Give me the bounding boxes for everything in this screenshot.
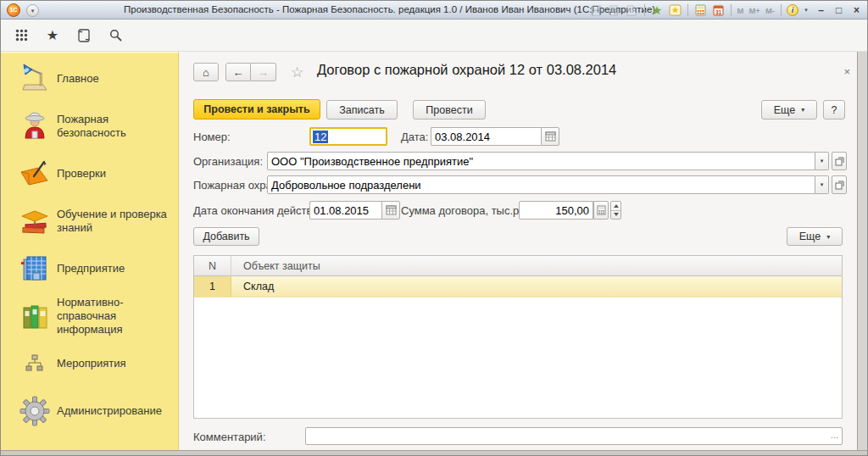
- comment-ellipsis-button[interactable]: ...: [831, 430, 838, 440]
- table-more-label: Еще: [799, 231, 821, 242]
- sidebar-item-label: Обучение и проверка знаний: [57, 208, 171, 236]
- books-icon: [13, 299, 57, 333]
- row-object-cell: Склад: [231, 276, 842, 297]
- column-header-n[interactable]: N: [194, 256, 231, 275]
- table-row[interactable]: 1 Склад: [194, 276, 842, 298]
- memory-add-button[interactable]: M+: [748, 6, 760, 15]
- maximize-button[interactable]: □: [832, 3, 846, 17]
- amount-calculator-icon[interactable]: [593, 201, 609, 220]
- table-header-row: N Объект защиты: [194, 256, 842, 276]
- print-icon[interactable]: [607, 3, 621, 17]
- fire-guard-dropdown-icon[interactable]: ▾: [815, 175, 829, 194]
- info-icon[interactable]: i: [787, 4, 798, 16]
- memory-recall-button[interactable]: M: [737, 6, 745, 15]
- minimize-button[interactable]: –: [814, 3, 828, 17]
- valid-until-calendar-icon[interactable]: [381, 201, 400, 220]
- desk-lamp-icon: [13, 62, 57, 96]
- sidebar-item-activities[interactable]: Мероприятия: [1, 340, 178, 387]
- add-row-button[interactable]: Добавить: [193, 227, 259, 246]
- sidebar-item-main[interactable]: Главное: [1, 55, 178, 103]
- system-menu-dropdown-icon[interactable]: ▾: [26, 4, 39, 17]
- forward-button[interactable]: →: [251, 63, 276, 81]
- sections-panel: Главное Пожарная безопасность Проверки О…: [1, 52, 179, 450]
- chevron-down-icon: ▾: [826, 233, 830, 241]
- number-input[interactable]: 12: [309, 127, 387, 146]
- close-button[interactable]: ×: [849, 3, 864, 17]
- sidebar-item-enterprise[interactable]: Предприятие: [1, 245, 178, 292]
- organization-dropdown-icon[interactable]: ▾: [815, 152, 829, 170]
- 1c-logo-icon[interactable]: 1С: [7, 3, 20, 17]
- right-edge-panel: [857, 52, 868, 450]
- home-button[interactable]: ⌂: [193, 63, 219, 81]
- date-input[interactable]: [431, 127, 541, 146]
- more-button-label: Еще: [774, 104, 795, 116]
- add-favorite-icon[interactable]: ★: [650, 3, 665, 17]
- table-more-button[interactable]: Еще ▾: [787, 227, 843, 246]
- sidebar-item-administration[interactable]: Администрирование: [1, 387, 178, 435]
- favorites-star-icon[interactable]: ★: [44, 27, 61, 44]
- valid-until-input[interactable]: [309, 201, 381, 220]
- row-number-cell: 1: [194, 276, 231, 297]
- sidebar-item-label: Проверки: [57, 167, 106, 181]
- folder-pen-icon: [13, 157, 57, 191]
- fireman-icon: [13, 109, 57, 143]
- write-button[interactable]: Записать: [326, 100, 398, 120]
- calculator-icon[interactable]: [693, 3, 708, 17]
- info-dropdown-icon[interactable]: ▾: [802, 3, 810, 17]
- valid-until-label: Дата окончания действия:: [193, 204, 327, 217]
- sidebar-item-label: Нормативно-справочная информация: [57, 296, 171, 337]
- search-icon[interactable]: [107, 27, 124, 44]
- sidebar-item-label: Администрирование: [57, 404, 162, 418]
- back-button[interactable]: ←: [225, 63, 251, 81]
- document-form: ⌂ ← → ☆ Договор с пожарной охраной 12 от…: [180, 52, 857, 450]
- building-icon: [13, 252, 57, 286]
- print-preview-icon[interactable]: [625, 3, 639, 17]
- date-calendar-icon[interactable]: [541, 127, 559, 146]
- history-icon[interactable]: [75, 27, 92, 44]
- fire-guard-open-icon[interactable]: [832, 175, 847, 194]
- amount-input[interactable]: [519, 201, 593, 220]
- titlebar-separator: [687, 4, 688, 16]
- titlebar-separator: [731, 4, 732, 16]
- sidebar-item-label: Мероприятия: [57, 357, 126, 370]
- organization-input[interactable]: [267, 152, 815, 170]
- spinner-up-icon[interactable]: [611, 202, 620, 210]
- organization-label: Организация:: [193, 155, 263, 168]
- save-icon[interactable]: [589, 3, 604, 17]
- quick-toolbar: ★: [1, 19, 868, 52]
- number-selected-text: 12: [313, 131, 328, 143]
- sidebar-item-fire-safety[interactable]: Пожарная безопасность: [1, 103, 178, 150]
- form-close-icon[interactable]: ×: [843, 65, 850, 78]
- post-button[interactable]: Провести: [413, 100, 486, 120]
- comment-input[interactable]: [305, 427, 843, 445]
- fire-guard-input[interactable]: [267, 175, 815, 194]
- organization-open-icon[interactable]: [832, 152, 847, 170]
- amount-label: Сумма договора, тыс.руб.:: [401, 204, 537, 217]
- titlebar: 1С ▾ Производственная Безопасность - Пож…: [1, 1, 868, 19]
- gear-icon: [13, 394, 57, 428]
- memory-subtract-button[interactable]: M-: [765, 6, 776, 15]
- window-title: Производственная Безопасность - Пожарная…: [124, 4, 655, 14]
- sidebar-item-training[interactable]: Обучение и проверка знаний: [1, 197, 178, 245]
- app-window: 1С ▾ Производственная Безопасность - Пож…: [0, 0, 868, 456]
- favorite-star-icon[interactable]: ☆: [291, 64, 303, 81]
- comment-label: Комментарий:: [193, 431, 266, 443]
- sidebar-item-label: Предприятие: [57, 262, 125, 275]
- help-button[interactable]: ?: [823, 100, 845, 120]
- chevron-down-icon: ▾: [801, 106, 804, 114]
- menu-grid-icon[interactable]: [13, 27, 30, 44]
- sidebar-item-reference-info[interactable]: Нормативно-справочная информация: [1, 292, 178, 340]
- sidebar-item-label: Главное: [57, 72, 99, 86]
- post-and-close-button[interactable]: Провести и закрыть: [193, 99, 320, 120]
- favorites-icon[interactable]: [668, 3, 682, 17]
- spinner-down-icon[interactable]: [611, 210, 620, 220]
- page-title: Договор с пожарной охраной 12 от 03.08.2…: [317, 62, 616, 78]
- sidebar-item-inspections[interactable]: Проверки: [1, 150, 178, 197]
- column-header-object[interactable]: Объект защиты: [231, 256, 842, 275]
- date-label: Дата:: [401, 131, 428, 143]
- calendar-icon[interactable]: 31: [711, 3, 726, 17]
- number-label: Номер:: [193, 131, 231, 143]
- more-button[interactable]: Еще ▾: [761, 100, 817, 120]
- titlebar-separator: [781, 4, 782, 16]
- sidebar-item-label: Пожарная безопасность: [57, 113, 171, 141]
